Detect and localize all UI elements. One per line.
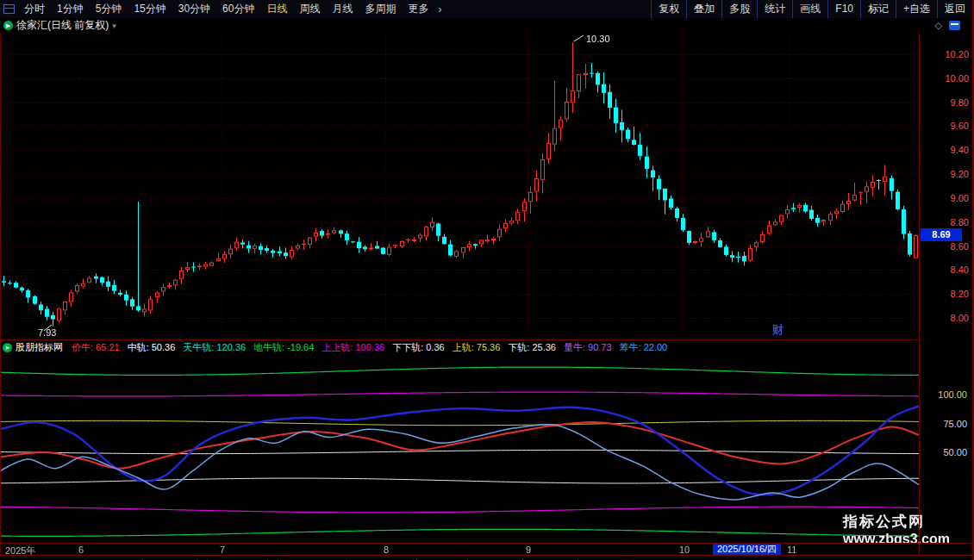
- chevron-down-icon[interactable]: ▾: [112, 22, 116, 30]
- toolbar-item[interactable]: 标记: [860, 0, 896, 18]
- toolbar-item[interactable]: 复权: [651, 0, 686, 18]
- indicator-param: 价牛: 65.21: [72, 342, 120, 352]
- high-annotation: 10.30: [586, 34, 610, 44]
- indicator-param: 筹牛: 22.00: [620, 342, 668, 352]
- indicator-param: 量牛: 90.73: [564, 342, 612, 352]
- clipped-next-panel: ➤ 股朋指标网 价牛: 65.21中轨: 50.36天牛轨: 120.36地牛轨…: [0, 557, 974, 560]
- diamond-icon[interactable]: ◇: [935, 20, 942, 31]
- site-watermark: 指标公式网 www.zbgs3.com: [843, 512, 950, 547]
- indicator-param: 天牛轨: 120.36: [183, 342, 246, 352]
- indicator-param: 下下轨: 0.36: [392, 342, 445, 352]
- toolbar-item[interactable]: F10: [827, 0, 860, 18]
- indicator-axis-label: 100.00: [922, 389, 967, 400]
- indicator-param: 上轨: 75.36: [453, 342, 501, 352]
- toolbar-item[interactable]: 叠加: [686, 0, 721, 18]
- tools-group: 复权叠加多股统计画线F10标记+自选返回: [651, 0, 972, 18]
- indicator-icon[interactable]: ➤: [3, 343, 12, 352]
- y-axis-label: 8.20: [922, 289, 969, 299]
- date-axis-label: 9: [526, 544, 531, 555]
- more-arrow-icon[interactable]: ›: [434, 3, 445, 16]
- toolbar-item[interactable]: 60分钟: [216, 0, 260, 18]
- toolbar-item[interactable]: 返回: [937, 0, 972, 18]
- axis-divider-line: [919, 33, 920, 556]
- low-annotation: 7.93: [38, 327, 56, 338]
- timeframe-group: 分时1分钟5分钟15分钟30分钟60分钟日线周线月线多周期更多›: [18, 0, 445, 18]
- toolbar-item[interactable]: 多股: [721, 0, 757, 18]
- toolbar-item[interactable]: 30分钟: [172, 0, 216, 18]
- indicator-axis-label: 50.00: [922, 447, 967, 457]
- toolbar-item[interactable]: 周线: [293, 0, 326, 18]
- grid-menu-icon[interactable]: [3, 4, 15, 14]
- stock-status-icon: ▶: [3, 21, 13, 30]
- toolbar-item[interactable]: 分时: [18, 0, 51, 18]
- date-axis-label: 6: [78, 544, 84, 555]
- y-axis-label: 10.00: [922, 73, 969, 84]
- y-axis-label: 8.00: [922, 313, 969, 323]
- y-axis-label: 9.00: [922, 193, 969, 203]
- app-window: 分时1分钟5分钟15分钟30分钟60分钟日线周线月线多周期更多› 复权叠加多股统…: [0, 0, 974, 560]
- top-toolbar: 分时1分钟5分钟15分钟30分钟60分钟日线周线月线多周期更多› 复权叠加多股统…: [0, 0, 972, 18]
- indicator-axis-label: 75.00: [922, 419, 967, 429]
- toolbar-item[interactable]: 日线: [260, 0, 293, 18]
- indicator-canvas[interactable]: [0, 355, 919, 543]
- indicator-param: 中轨: 50.36: [128, 342, 176, 352]
- toolbar-item[interactable]: 月线: [326, 0, 359, 18]
- indicator-params: 价牛: 65.21中轨: 50.36天牛轨: 120.36地牛轨: -19.64…: [72, 341, 675, 354]
- main-chart-panel: 10.2010.009.809.609.409.209.008.808.608.…: [0, 33, 974, 339]
- toolbar-item[interactable]: 统计: [757, 0, 792, 18]
- cai-watermark: 财: [772, 322, 784, 338]
- indicator-name[interactable]: 股朋指标网: [16, 341, 63, 354]
- date-axis-label: 10: [679, 544, 690, 555]
- toolbar-item[interactable]: 多周期: [359, 0, 402, 18]
- toolbar-item[interactable]: 更多: [402, 0, 434, 18]
- left-frame-line: [0, 33, 1, 556]
- site-watermark-line1: 指标公式网: [843, 512, 950, 532]
- date-axis-label: 11: [787, 544, 796, 555]
- main-chart-canvas[interactable]: [0, 33, 919, 339]
- cursor-date-badge: 2025/10/16/四: [713, 544, 781, 555]
- indicator-param: 下轨: 25.36: [508, 342, 556, 352]
- date-axis-label: 7: [220, 544, 225, 555]
- toolbar-item[interactable]: 15分钟: [128, 0, 172, 18]
- clipped-indicator-header: ➤ 股朋指标网 价牛: 65.21中轨: 50.36天牛轨: 120.36地牛轨…: [0, 557, 919, 560]
- indicator-param: 上上轨: 100.36: [322, 342, 384, 352]
- date-axis-label: 8: [384, 544, 389, 555]
- toolbar-item[interactable]: 1分钟: [51, 0, 90, 18]
- chart-title: 徐家汇(日线 前复权): [16, 18, 109, 33]
- last-price-tag: 8.69: [921, 228, 962, 241]
- toolbar-item[interactable]: 5分钟: [90, 0, 128, 18]
- indicator-panel: 100.0075.0050.00 指标公式网 www.zbgs3.com: [0, 355, 974, 543]
- y-axis-label: 9.20: [922, 169, 969, 179]
- toolbar-item[interactable]: 画线: [792, 0, 827, 18]
- title-bar: ▶ 徐家汇(日线 前复权) ▾ ◇: [0, 18, 972, 33]
- date-axis-label: 2025年: [5, 544, 35, 557]
- y-axis-label: 9.80: [922, 97, 969, 108]
- indicator-header: ➤ 股朋指标网 价牛: 65.21中轨: 50.36天牛轨: 120.36地牛轨…: [0, 339, 919, 355]
- y-axis-label: 10.20: [922, 49, 969, 59]
- y-axis-label: 9.60: [922, 121, 969, 131]
- y-axis-label: 9.40: [922, 145, 969, 155]
- y-axis-label: 8.60: [922, 241, 969, 252]
- y-axis-label: 8.40: [922, 264, 969, 275]
- indicator-param: 地牛轨: -19.64: [253, 342, 314, 352]
- date-axis: 2025/10/16/四 2025年67891011: [0, 543, 974, 556]
- y-axis-label: 8.80: [922, 217, 969, 227]
- toolbar-item[interactable]: +自选: [896, 0, 937, 18]
- panel-layout-icon[interactable]: [949, 21, 960, 30]
